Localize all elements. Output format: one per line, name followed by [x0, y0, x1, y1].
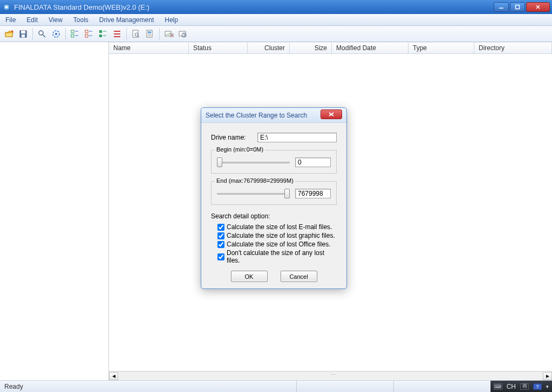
svg-point-1	[5, 6, 8, 9]
svg-point-12	[55, 33, 57, 35]
minimize-button[interactable]	[494, 2, 509, 12]
svg-rect-18	[85, 35, 88, 37]
tray-lang[interactable]: CH	[507, 383, 516, 390]
column-status[interactable]: Status	[189, 43, 248, 53]
svg-rect-22	[99, 35, 102, 37]
option-email-label: Calculate the size of lost E-mail files.	[227, 223, 332, 231]
keyboard-icon[interactable]: ⌨	[494, 383, 502, 390]
svg-rect-7	[21, 31, 25, 33]
scroll-grip-icon: ⋯	[331, 372, 336, 377]
menu-view[interactable]: View	[43, 15, 68, 25]
option-none-checkbox[interactable]	[217, 253, 224, 260]
search-page-button[interactable]	[129, 27, 143, 41]
close-button[interactable]	[526, 2, 550, 12]
status-text: Ready	[0, 383, 28, 390]
menubar: File Edit View Tools Drive Management He…	[0, 14, 552, 26]
save-button[interactable]	[16, 27, 30, 41]
option-graphic-checkbox[interactable]	[217, 232, 224, 239]
maximize-button[interactable]	[510, 2, 525, 12]
option-office-label: Calculate the size of lost Office files.	[227, 240, 331, 248]
help-icon[interactable]: ?	[533, 383, 542, 390]
begin-value-input[interactable]: 0	[295, 157, 331, 167]
scroll-right-icon[interactable]: ▸	[543, 372, 552, 380]
column-name[interactable]: Name	[109, 43, 189, 53]
sidebar-tree[interactable]	[0, 42, 109, 380]
status-pane-1	[296, 381, 393, 392]
scroll-left-icon[interactable]: ◂	[109, 372, 118, 380]
drive-name-label: Drive name:	[211, 134, 257, 141]
tree-select-button[interactable]	[96, 27, 110, 41]
option-office-checkbox[interactable]	[217, 241, 224, 248]
tree-expand-button[interactable]	[82, 27, 96, 41]
titlebar: FINALDATA Standard Demo(WEB)v2.0 (E:)	[0, 0, 552, 14]
begin-slider[interactable]	[217, 157, 290, 168]
option-none-label: Don't calculate the size of any lost fil…	[227, 249, 337, 264]
option-graphic-label: Calculate the size of lost graphic files…	[227, 232, 335, 239]
add-image-button[interactable]	[162, 27, 176, 41]
dialog-titlebar[interactable]: Select the Cluster Range to Search	[201, 108, 346, 123]
system-tray: ⌨ CH 画 ? ▾	[490, 381, 552, 392]
column-directory[interactable]: Directory	[474, 43, 552, 53]
svg-rect-32	[148, 31, 151, 33]
statusbar: Ready ⌨ CH 画 ? ▾	[0, 380, 552, 392]
end-legend: End (max:7679998=29999M)	[215, 177, 295, 184]
horizontal-scrollbar[interactable]: ◂ ⋯ ▸	[109, 371, 552, 380]
column-size[interactable]: Size	[290, 43, 332, 53]
svg-rect-14	[71, 35, 74, 37]
svg-point-9	[39, 31, 43, 35]
toolbar	[0, 26, 552, 42]
end-fieldset: End (max:7679998=29999M) 7679998	[211, 181, 337, 205]
ime-icon[interactable]: 画	[520, 383, 529, 390]
begin-legend: Begin (min:0=0M)	[215, 146, 265, 153]
column-type[interactable]: Type	[408, 43, 474, 53]
preview-button[interactable]	[143, 27, 157, 41]
cancel-button[interactable]: Cancel	[281, 271, 317, 282]
drive-name-input[interactable]: E:\	[257, 133, 337, 142]
svg-rect-8	[22, 35, 25, 37]
svg-rect-17	[85, 30, 88, 33]
window-title: FINALDATA Standard Demo(WEB)v2.0 (E:)	[14, 3, 494, 11]
svg-rect-13	[71, 30, 74, 33]
svg-rect-3	[516, 5, 520, 9]
scan-button[interactable]	[49, 27, 63, 41]
tray-caret-icon[interactable]: ▾	[546, 384, 549, 389]
recover-button[interactable]	[176, 27, 190, 41]
dialog-title: Select the Cluster Range to Search	[206, 112, 321, 119]
options-title: Search detail option:	[211, 212, 337, 220]
column-headers: Name Status Cluster Size Modified Date T…	[109, 42, 552, 54]
menu-file[interactable]: File	[0, 15, 21, 25]
option-email-checkbox[interactable]	[217, 224, 224, 231]
find-button[interactable]	[35, 27, 49, 41]
menu-help[interactable]: Help	[159, 15, 183, 25]
list-view-button[interactable]	[110, 27, 124, 41]
cluster-range-dialog: Select the Cluster Range to Search Drive…	[201, 107, 347, 289]
column-cluster[interactable]: Cluster	[248, 43, 290, 53]
end-value-input[interactable]: 7679998	[295, 189, 331, 198]
menu-edit[interactable]: Edit	[21, 15, 43, 25]
menu-drive-management[interactable]: Drive Management	[94, 15, 159, 25]
menu-tools[interactable]: Tools	[68, 15, 94, 25]
tree-collapse-button[interactable]	[68, 27, 82, 41]
app-icon	[2, 3, 11, 11]
svg-line-10	[43, 35, 45, 37]
column-modified[interactable]: Modified Date	[332, 43, 408, 53]
svg-rect-31	[147, 30, 152, 37]
dialog-close-button[interactable]	[321, 109, 342, 119]
svg-rect-21	[99, 30, 102, 33]
end-slider[interactable]	[217, 188, 290, 199]
begin-fieldset: Begin (min:0=0M) 0	[211, 150, 337, 174]
status-pane-2	[393, 381, 490, 392]
open-button[interactable]	[2, 27, 16, 41]
ok-button[interactable]: OK	[231, 271, 268, 282]
